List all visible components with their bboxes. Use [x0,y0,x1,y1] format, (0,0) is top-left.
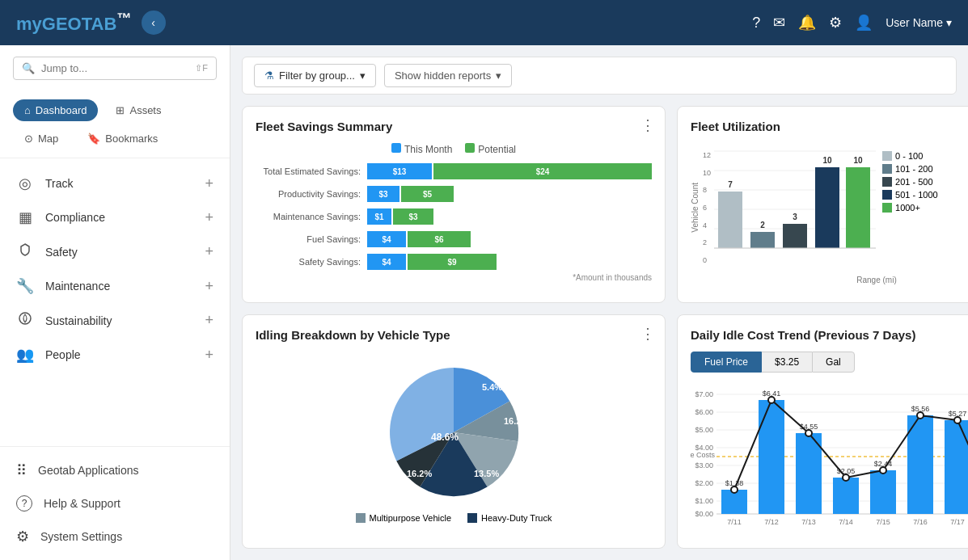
map-tab-label: Map [38,133,58,145]
sidebar: 🔍 ⇧F ⌂ Dashboard ⊞ Assets ⊙ Map 🔖 Bookma… [0,45,230,560]
fleet-savings-menu-icon[interactable]: ⋮ [640,116,655,134]
fleet-savings-title: Fleet Savings Summary [256,120,652,133]
bar-container-maintenance: $1 $3 [367,208,652,225]
svg-text:Idle Costs: Idle Costs [691,451,716,459]
people-label: People [45,348,81,361]
collapse-sidebar-button[interactable]: ‹ [142,11,166,35]
user-icon[interactable]: 👤 [855,14,873,32]
map-tab-icon: ⊙ [24,133,33,145]
sidebar-item-compliance[interactable]: ▦ Compliance + [0,200,230,234]
tab-dashboard[interactable]: ⌂ Dashboard [13,99,98,121]
filter-arrow-icon: ▾ [360,69,366,82]
track-expand-icon[interactable]: + [205,175,213,192]
main-layout: 🔍 ⇧F ⌂ Dashboard ⊞ Assets ⊙ Map 🔖 Bookma… [0,45,968,560]
pie-legend-heavy-duty: Heavy-Duty Truck [467,513,552,523]
svg-text:$1.00: $1.00 [695,497,713,505]
toolbar: ⚗ Filter by group... ▾ Show hidden repor… [242,57,957,95]
svg-text:$3.00: $3.00 [695,461,713,469]
sustainability-icon [16,311,34,330]
svg-text:7/17: 7/17 [950,518,965,526]
bar-label-fuel: Fuel Savings: [256,234,361,244]
bookmarks-tab-icon: 🔖 [87,133,100,145]
maintenance-icon: 🔧 [16,277,34,295]
sidebar-item-people[interactable]: 👥 People + [0,338,230,372]
search-input[interactable] [41,62,188,74]
svg-text:16.2%: 16.2% [407,469,432,478]
header: myGEOTAB™ ‹ ? ✉ 🔔 ⚙ 👤 User Name ▾ [0,0,968,45]
daily-idle-cost-chart: $7.00 $6.00 $5.00 $4.00 $3.00 $2.00 $1.0… [691,382,968,528]
svg-text:7: 7 [728,180,733,189]
show-hidden-reports-button[interactable]: Show hidden reports ▾ [384,64,512,87]
sustainability-label: Sustainability [45,314,112,327]
pie-legend-heavy-duty-label: Heavy-Duty Truck [481,513,552,523]
dashboard-grid: Fleet Savings Summary ⋮ This Month Poten… [242,106,957,549]
idling-pie-chart: 5.4% 16.2% 13.5% 16.2% 48.6% [365,352,543,513]
bar-blue-total: $13 [367,163,432,179]
fuel-price-tab[interactable]: Fuel Price [691,352,762,373]
user-menu[interactable]: User Name ▾ [886,16,952,29]
settings-icon[interactable]: ⚙ [829,14,842,32]
sidebar-item-safety[interactable]: Safety + [0,234,230,269]
util-legend-label-2: 101 - 200 [895,164,932,174]
show-hidden-arrow-icon: ▾ [496,69,501,82]
sidebar-item-track[interactable]: ◎ Track + [0,166,230,200]
tab-map[interactable]: ⊙ Map [13,128,70,149]
bookmarks-tab-label: Bookmarks [105,133,158,145]
nav-tabs: ⌂ Dashboard ⊞ Assets ⊙ Map 🔖 Bookmarks [0,91,230,158]
fleet-savings-card: Fleet Savings Summary ⋮ This Month Poten… [242,106,666,303]
bar-green-productivity: $5 [401,186,454,202]
filter-by-group-button[interactable]: ⚗ Filter by group... ▾ [254,64,376,87]
pie-legend-multipurpose-label: Multipurpose Vehicle [370,513,452,523]
compliance-icon: ▦ [16,208,34,226]
svg-point-59 [805,430,812,436]
sidebar-item-geotab-apps[interactable]: ⠿ Geotab Applications [0,453,230,487]
tab-bookmarks[interactable]: 🔖 Bookmarks [76,128,169,149]
help-support-icon: ? [16,495,32,512]
util-legend-item-1: 0 - 100 [882,151,938,161]
util-legend: 0 - 100 101 - 200 201 - 500 501 - 1 [882,151,938,213]
compliance-expand-icon[interactable]: + [205,209,213,226]
svg-text:10: 10 [853,156,863,165]
system-settings-label: System Settings [40,530,122,543]
fleet-utilization-chart: 7 2 3 10 10 [714,143,876,272]
unit-tab[interactable]: Gal [812,352,855,373]
safety-expand-icon[interactable]: + [205,243,213,260]
idling-breakdown-menu-icon[interactable]: ⋮ [640,325,655,343]
sidebar-item-help-support[interactable]: ? Help & Support [0,487,230,520]
svg-point-60 [843,474,849,481]
sustainability-expand-icon[interactable]: + [205,312,213,329]
svg-text:10: 10 [822,156,832,165]
sidebar-item-sustainability[interactable]: Sustainability + [0,303,230,338]
geotab-apps-icon: ⠿ [16,461,27,479]
sidebar-item-maintenance[interactable]: 🔧 Maintenance + [0,269,230,303]
x-axis-label: Range (mi) [691,276,968,284]
bar-container-total: $13 $24 [367,163,652,179]
y-tick-4: 4 [703,221,711,229]
geotab-apps-label: Geotab Applications [38,464,139,477]
people-expand-icon[interactable]: + [205,347,213,364]
util-legend-label-4: 501 - 1000 [895,190,938,200]
help-icon[interactable]: ? [752,15,760,32]
maintenance-label: Maintenance [45,280,110,293]
pie-legend-multipurpose: Multipurpose Vehicle [356,513,452,523]
mail-icon[interactable]: ✉ [773,14,785,32]
sidebar-item-system-settings[interactable]: ⚙ System Settings [0,520,230,554]
maintenance-expand-icon[interactable]: + [205,278,213,295]
util-legend-label-5: 1000+ [895,203,920,213]
system-settings-icon: ⚙ [16,528,29,545]
show-hidden-label: Show hidden reports [395,69,491,82]
fleet-savings-bar-chart: Total Estimated Savings: $13 $24 Product… [256,163,652,270]
assets-tab-label: Assets [129,104,161,116]
util-legend-item-5: 1000+ [882,203,938,213]
svg-rect-43 [759,400,784,514]
svg-rect-45 [796,433,822,514]
filter-label: Filter by group... [279,69,355,82]
search-box[interactable]: 🔍 ⇧F [13,57,217,80]
price-value-tab[interactable]: $3.25 [762,352,812,373]
bell-icon[interactable]: 🔔 [798,14,816,32]
svg-point-63 [954,417,961,423]
idling-pie-section: 5.4% 16.2% 13.5% 16.2% 48.6% Multipurpos… [256,352,652,523]
safety-icon [16,242,34,261]
tab-assets[interactable]: ⊞ Assets [104,99,172,121]
idle-cost-chart-container: $7.00 $6.00 $5.00 $4.00 $3.00 $2.00 $1.0… [691,382,968,531]
